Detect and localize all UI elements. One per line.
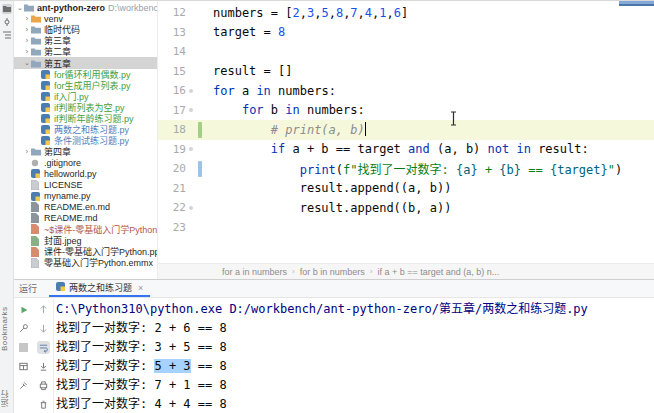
up-arrow-icon[interactable] <box>37 303 50 316</box>
code-line[interactable]: 23 <box>158 218 654 238</box>
code-text[interactable]: result.append((a, b)) <box>158 181 451 195</box>
line-number[interactable]: 13 <box>158 26 186 39</box>
commit-icon[interactable] <box>2 17 12 27</box>
tree-item[interactable]: 条件测试练习题.py <box>14 135 157 146</box>
chevron-collapsed-icon[interactable]: › <box>23 148 31 156</box>
stop-icon[interactable] <box>17 341 30 354</box>
structure-icon[interactable] <box>2 30 12 40</box>
line-number[interactable]: 17 <box>158 104 186 117</box>
code-line[interactable]: 20 print(f"找到了一对数字: {a} + {b} == {target… <box>158 159 654 179</box>
console-output-line[interactable]: 找到了一对数字: 4 + 4 == 8 <box>56 395 654 413</box>
clear-all-icon[interactable] <box>37 398 50 411</box>
console-output-line[interactable]: 找到了一对数字: 2 + 6 == 8 <box>56 319 654 338</box>
code-text[interactable]: print(f"找到了一对数字: {a} + {b} == {target}") <box>158 160 622 177</box>
file-icon <box>31 180 41 190</box>
line-number[interactable]: 16 <box>158 84 186 97</box>
tree-item[interactable]: ›临时代码 <box>14 24 157 35</box>
tree-item[interactable]: if判断年龄练习题.py <box>14 113 157 124</box>
code-line[interactable]: 12numbers = [2,3,5,8,7,4,1,6] <box>158 3 654 23</box>
breadcrumb-item[interactable]: if a + b == target and (a, b) n... <box>377 267 499 277</box>
chevron-collapsed-icon[interactable]: › <box>23 15 31 23</box>
run-toolbar <box>14 299 54 413</box>
code-text[interactable]: numbers = [2,3,5,8,7,4,1,6] <box>158 6 408 20</box>
run-toolwindow-button[interactable]: 运行 <box>0 387 14 411</box>
tree-item[interactable]: ~$课件-零基础入门学Python.pptx <box>14 224 157 235</box>
tree-item[interactable]: for循环利用偶数.py <box>14 69 157 80</box>
line-number[interactable]: 22 <box>158 201 186 214</box>
rerun-icon[interactable] <box>17 303 30 316</box>
tree-item[interactable]: 两数之和练习题.py <box>14 124 157 135</box>
print-icon[interactable] <box>37 379 50 392</box>
line-number[interactable]: 21 <box>158 182 186 195</box>
chevron-collapsed-icon[interactable]: › <box>23 37 31 45</box>
code-line[interactable]: 13target = 8 <box>158 23 654 43</box>
code-line[interactable]: 18 # print(a, b) <box>158 120 654 140</box>
tree-item[interactable]: 零基础入门学Python.emmx <box>14 257 157 268</box>
tree-item-label: README.en.md <box>44 202 110 212</box>
code-line[interactable]: 14 <box>158 42 654 62</box>
tree-item[interactable]: README.en.md <box>14 202 157 213</box>
tree-item-label: 两数之和练习题.py <box>54 124 129 135</box>
fold-marker-icon[interactable] <box>189 206 193 210</box>
breadcrumb-item[interactable]: for b in numbers <box>300 267 365 277</box>
console-output-line[interactable]: 找到了一对数字: 7 + 1 == 8 <box>56 376 654 395</box>
chevron-expanded-icon[interactable]: ⌄ <box>23 59 31 67</box>
soft-wrap-icon[interactable] <box>37 341 50 354</box>
line-number[interactable]: 15 <box>158 65 186 78</box>
line-number[interactable]: 14 <box>158 45 186 58</box>
code-line[interactable]: 16for a in numbers: <box>158 81 654 101</box>
line-number[interactable]: 12 <box>158 6 186 19</box>
code-text[interactable]: if a + b == target and (a, b) not in res… <box>158 142 589 156</box>
tree-item[interactable]: README.md <box>14 213 157 224</box>
code-text[interactable]: # print(a, b) <box>158 122 366 137</box>
project-icon[interactable] <box>2 4 12 14</box>
down-arrow-icon[interactable] <box>37 322 50 335</box>
restore-layout-icon[interactable] <box>17 360 30 373</box>
py-icon <box>41 92 51 101</box>
run-tab[interactable]: 两数之和练习题 × <box>49 280 150 297</box>
line-number[interactable]: 23 <box>158 221 186 234</box>
tree-item[interactable]: ›venv <box>14 13 157 24</box>
tree-item[interactable]: myname.py <box>14 191 157 202</box>
chevron-collapsed-icon[interactable]: › <box>23 26 31 34</box>
tree-item[interactable]: if入门.py <box>14 91 157 102</box>
tree-item[interactable]: 封面.jpeg <box>14 235 157 246</box>
tree-item[interactable]: helloworld.py <box>14 168 157 179</box>
tree-item[interactable]: if判断列表为空.py <box>14 102 157 113</box>
folder-icon <box>31 59 41 68</box>
scroll-to-end-icon[interactable] <box>37 360 50 373</box>
breadcrumb-item[interactable]: for a in numbers <box>222 267 287 277</box>
console-output-line[interactable]: 找到了一对数字: 3 + 5 == 8 <box>56 338 654 357</box>
chevron-expanded-icon[interactable]: ⌄ <box>16 4 24 12</box>
line-number[interactable]: 18 <box>158 123 186 136</box>
settings-wrench-icon[interactable] <box>17 322 30 335</box>
close-icon[interactable]: × <box>138 283 143 293</box>
code-line[interactable]: 19 if a + b == target and (a, b) not in … <box>158 140 654 160</box>
tree-item[interactable]: ›第三章 <box>14 35 157 46</box>
code-line[interactable]: 22 result.append((b, a)) <box>158 198 654 218</box>
console-command-line[interactable]: C:\Python310\python.exe D:/workbench/ant… <box>56 300 654 319</box>
code-line[interactable]: 17 for b in numbers: <box>158 101 654 121</box>
tree-item[interactable]: ›第二章 <box>14 46 157 57</box>
chevron-collapsed-icon[interactable]: › <box>23 48 31 56</box>
tools-icon[interactable] <box>17 379 30 392</box>
tree-root-row[interactable]: ⌄ ant-python-zeroD:\workbench\ant-pyt <box>14 2 157 13</box>
tree-item[interactable]: ⌄第五章 <box>14 57 157 68</box>
tree-item[interactable]: .gitignore <box>14 157 157 168</box>
code-line[interactable]: 21 result.append((a, b)) <box>158 179 654 199</box>
tree-item[interactable]: 课件-零基础入门学Python.pptx <box>14 246 157 257</box>
tree-item-label: myname.py <box>44 191 91 201</box>
code-line[interactable]: 15result = [] <box>158 62 654 82</box>
line-number[interactable]: 19 <box>158 143 186 156</box>
code-editor[interactable]: 12numbers = [2,3,5,8,7,4,1,6]13target = … <box>158 1 654 263</box>
code-text[interactable]: result.append((b, a)) <box>158 201 451 215</box>
console-output-line[interactable]: 找到了一对数字: 5 + 3 == 8 <box>56 357 654 376</box>
line-number[interactable]: 20 <box>158 162 186 175</box>
tree-item[interactable]: ›第四章 <box>14 146 157 157</box>
tree-item[interactable]: LICENSE <box>14 180 157 191</box>
bookmarks-toolwindow-button[interactable]: Bookmarks <box>0 303 14 355</box>
tree-item-label: helloworld.py <box>44 169 97 179</box>
run-output-console[interactable]: C:\Python310\python.exe D:/workbench/ant… <box>54 299 654 413</box>
tree-item[interactable]: for生成用户列表.py <box>14 80 157 91</box>
fold-marker-icon[interactable] <box>189 89 193 93</box>
